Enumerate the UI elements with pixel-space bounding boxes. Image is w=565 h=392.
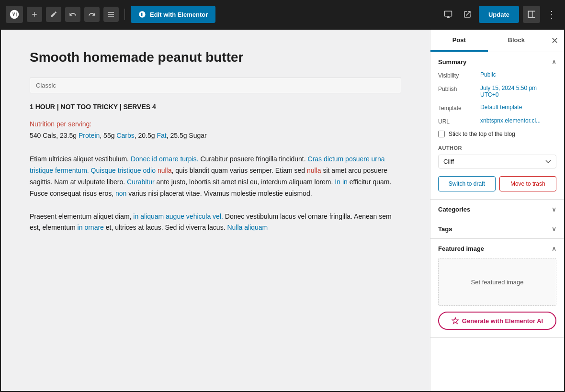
- update-button[interactable]: Update: [479, 6, 519, 23]
- body-paragraph-2: Praesent elementum aliquet diam, in aliq…: [30, 211, 401, 234]
- categories-title: Categories: [438, 206, 470, 213]
- template-row: Template Default template: [438, 104, 556, 112]
- tags-header[interactable]: Tags ∨: [430, 219, 564, 238]
- template-label: Template: [438, 104, 476, 112]
- classic-block-label: Classic: [36, 82, 56, 89]
- generate-ai-label: Generate with Elementor AI: [462, 317, 543, 325]
- body-paragraph-1: Etiam ultricies aliquet vestibulum. Done…: [30, 154, 401, 199]
- post-meta: 1 HOUR | NOT TOO TRICKY | SERVES 4: [30, 103, 401, 111]
- classic-block[interactable]: Classic: [30, 78, 401, 93]
- featured-image-header[interactable]: Featured image ∧: [430, 239, 564, 258]
- template-value[interactable]: Default template: [480, 104, 556, 111]
- svg-point-0: [139, 11, 145, 17]
- visibility-label: Visibility: [438, 71, 476, 79]
- generate-ai-button[interactable]: Generate with Elementor AI: [438, 312, 556, 330]
- visibility-row: Visibility Public: [438, 71, 556, 79]
- tab-post[interactable]: Post: [430, 30, 488, 52]
- set-featured-image-label: Set featured image: [471, 279, 524, 286]
- publish-row: Publish July 15, 2024 5:50 pm UTC+0: [438, 85, 556, 98]
- summary-collapse-icon: ∧: [552, 58, 556, 66]
- sidebar-toggle-button[interactable]: [523, 6, 540, 23]
- nutrition-label: Nutrition per serving:: [30, 120, 401, 128]
- nutrition-values: 540 Cals, 23.5g Protein, 55g Carbs, 20.5…: [30, 132, 401, 139]
- stick-to-top-row: Stick to the top of the blog: [438, 131, 556, 137]
- featured-image-content: Set featured image Generate with Element…: [430, 258, 564, 337]
- url-label: URL: [438, 117, 476, 125]
- desktop-view-button[interactable]: [441, 7, 456, 22]
- featured-image-placeholder[interactable]: Set featured image: [438, 258, 556, 306]
- sidebar-scroll: Summary ∧ Visibility Public Publish July…: [430, 52, 564, 391]
- tab-block[interactable]: Block: [488, 30, 545, 52]
- redo-button[interactable]: [84, 7, 100, 22]
- featured-image-section: Featured image ∧ Set featured image Gene…: [430, 239, 564, 338]
- topbar-right: Update ⋮: [441, 6, 559, 23]
- add-block-button[interactable]: [27, 7, 42, 22]
- categories-section: Categories ∨: [430, 200, 564, 219]
- categories-collapse-icon: ∨: [552, 205, 556, 213]
- undo-button[interactable]: [65, 7, 80, 22]
- separator: [124, 9, 125, 20]
- stick-to-top-label[interactable]: Stick to the top of the blog: [449, 131, 515, 137]
- sidebar: Post Block ✕ Summary ∧ Visibility Public…: [430, 30, 564, 391]
- tags-section: Tags ∨: [430, 219, 564, 239]
- topbar: Edit with Elementor Update ⋮: [0, 0, 565, 29]
- stick-to-top-checkbox[interactable]: [438, 131, 445, 137]
- action-buttons: Switch to draft Move to trash: [438, 176, 556, 191]
- wp-logo[interactable]: [6, 6, 23, 23]
- main-layout: Smooth homemade peanut butter Classic 1 …: [0, 29, 565, 392]
- url-value[interactable]: xnbtspnx.elementor.cl...: [480, 117, 556, 124]
- move-to-trash-button[interactable]: Move to trash: [499, 176, 557, 191]
- summary-title: Summary: [438, 58, 466, 66]
- post-title[interactable]: Smooth homemade peanut butter: [30, 49, 401, 66]
- publish-label: Publish: [438, 85, 476, 92]
- switch-to-draft-button[interactable]: Switch to draft: [438, 176, 496, 191]
- edit-with-elementor-button[interactable]: Edit with Elementor: [131, 6, 215, 23]
- summary-content: Visibility Public Publish July 15, 2024 …: [430, 71, 564, 199]
- more-options-button[interactable]: ⋮: [544, 7, 559, 22]
- external-link-button[interactable]: [460, 7, 475, 22]
- publish-value[interactable]: July 15, 2024 5:50 pm UTC+0: [480, 85, 556, 98]
- author-select[interactable]: Cliff: [438, 155, 556, 168]
- featured-image-collapse-icon: ∧: [552, 245, 556, 252]
- list-view-button[interactable]: [103, 7, 119, 22]
- summary-header[interactable]: Summary ∧: [430, 52, 564, 71]
- author-section-label: AUTHOR: [438, 145, 556, 151]
- sidebar-close-button[interactable]: ✕: [545, 31, 564, 50]
- summary-section: Summary ∧ Visibility Public Publish July…: [430, 52, 564, 200]
- url-row: URL xnbtspnx.elementor.cl...: [438, 117, 556, 125]
- visibility-value[interactable]: Public: [480, 71, 556, 78]
- tags-title: Tags: [438, 225, 452, 233]
- featured-image-title: Featured image: [438, 245, 484, 252]
- tags-collapse-icon: ∨: [552, 225, 556, 233]
- sidebar-header: Post Block ✕: [430, 30, 564, 52]
- editor-area: Smooth homemade peanut butter Classic 1 …: [1, 30, 430, 391]
- tools-button[interactable]: [46, 7, 61, 22]
- categories-header[interactable]: Categories ∨: [430, 200, 564, 219]
